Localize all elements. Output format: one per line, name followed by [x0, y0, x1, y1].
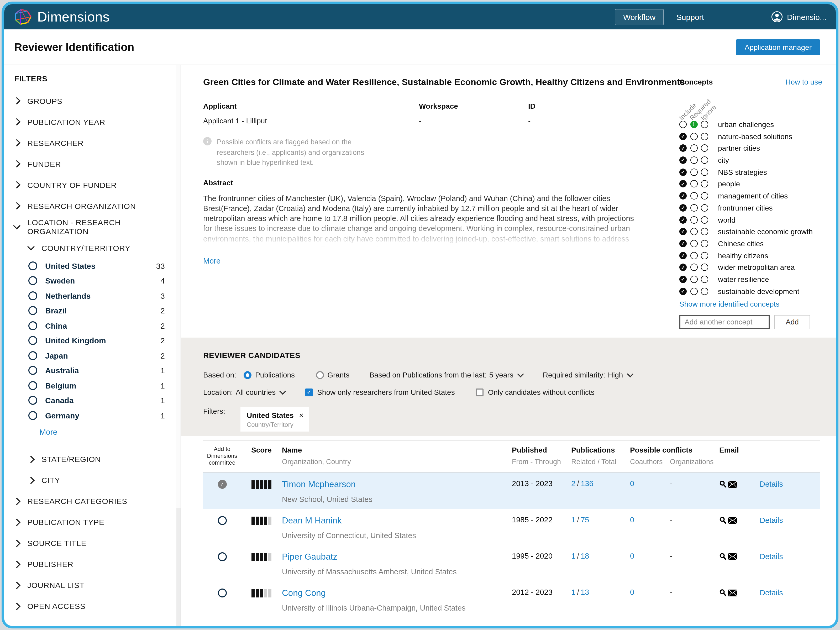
- sidebar-item-journal-list[interactable]: JOURNAL LIST: [14, 575, 181, 595]
- sidebar-item-publication-type[interactable]: PUBLICATION TYPE: [14, 512, 181, 533]
- required-circle[interactable]: [690, 180, 698, 188]
- include-circle[interactable]: ✓: [679, 145, 687, 152]
- search-icon[interactable]: [719, 516, 726, 524]
- committee-radio[interactable]: [218, 589, 227, 597]
- user-menu[interactable]: Dimensio...: [771, 11, 826, 22]
- details-link[interactable]: Details: [759, 552, 783, 561]
- include-circle[interactable]: ✓: [679, 169, 687, 176]
- country-option-belgium[interactable]: Belgium1: [14, 378, 181, 393]
- add-concept-button[interactable]: Add: [774, 315, 810, 329]
- search-icon[interactable]: [719, 589, 726, 597]
- grants-radio-option[interactable]: Grants: [308, 371, 349, 379]
- us-only-checkbox-option[interactable]: ✓ Show only researchers from United Stat…: [305, 388, 455, 396]
- candidate-name-link[interactable]: Dean M Hanink: [282, 516, 512, 526]
- committee-radio[interactable]: [218, 552, 227, 561]
- ignore-circle[interactable]: [701, 264, 708, 271]
- location-dropdown[interactable]: Location: All countries: [203, 388, 285, 396]
- required-circle[interactable]: [690, 145, 698, 152]
- coauthor-conflicts-link[interactable]: 0: [630, 588, 670, 597]
- ignore-circle[interactable]: [701, 169, 708, 176]
- country-option-brazil[interactable]: Brazil2: [14, 303, 181, 318]
- committee-radio[interactable]: [218, 516, 227, 525]
- grants-radio-icon[interactable]: [316, 371, 324, 379]
- required-circle[interactable]: [690, 252, 698, 259]
- sidebar-item-research-organization[interactable]: RESEARCH ORGANIZATION: [14, 195, 181, 216]
- sidebar-item-country-territory[interactable]: COUNTRY/TERRITORY: [14, 237, 181, 258]
- related-publications-link[interactable]: 1: [571, 516, 575, 524]
- required-circle[interactable]: [690, 240, 698, 247]
- sidebar-item-groups[interactable]: GROUPS: [14, 90, 181, 111]
- candidate-name-link[interactable]: Piper Gaubatz: [282, 552, 512, 562]
- remove-filter-icon[interactable]: ×: [299, 411, 304, 420]
- country-option-australia[interactable]: Australia1: [14, 363, 181, 378]
- publications-timeframe-dropdown[interactable]: Based on Publications from the last: 5 y…: [369, 371, 523, 379]
- email-icon[interactable]: [728, 589, 737, 596]
- committee-radio-selected[interactable]: ✓: [218, 480, 227, 489]
- include-circle[interactable]: ✓: [679, 240, 687, 247]
- show-more-concepts-link[interactable]: Show more identified concepts: [679, 300, 779, 308]
- related-publications-link[interactable]: 1: [571, 588, 575, 597]
- ignore-circle[interactable]: [701, 287, 708, 295]
- country-option-united-kingdom[interactable]: United Kingdom2: [14, 333, 181, 348]
- ignore-circle[interactable]: [701, 204, 708, 212]
- total-publications-link[interactable]: 75: [581, 516, 589, 524]
- include-circle[interactable]: ✓: [679, 252, 687, 259]
- total-publications-link[interactable]: 13: [581, 588, 589, 597]
- required-circle[interactable]: [690, 228, 698, 235]
- sidebar-item-funder[interactable]: FUNDER: [14, 153, 181, 174]
- ignore-circle[interactable]: [701, 276, 708, 283]
- required-circle[interactable]: [690, 156, 698, 164]
- include-circle[interactable]: ✓: [679, 216, 687, 223]
- publications-radio-option[interactable]: Publications: [236, 371, 295, 379]
- country-option-china[interactable]: China2: [14, 318, 181, 333]
- sidebar-item-publisher[interactable]: PUBLISHER: [14, 554, 181, 575]
- country-option-united-states[interactable]: United States33: [14, 258, 181, 273]
- include-circle[interactable]: ✓: [679, 192, 687, 199]
- include-circle[interactable]: ✓: [679, 276, 687, 283]
- coauthor-conflicts-link[interactable]: 0: [630, 516, 670, 524]
- required-circle[interactable]: [690, 216, 698, 223]
- include-circle[interactable]: ✓: [679, 133, 687, 140]
- email-icon[interactable]: [728, 553, 737, 560]
- ignore-circle[interactable]: [701, 252, 708, 259]
- related-publications-link[interactable]: 2: [571, 479, 575, 488]
- include-circle[interactable]: ✓: [679, 264, 687, 271]
- include-circle[interactable]: ✓: [679, 156, 687, 164]
- ignore-circle[interactable]: [701, 121, 708, 128]
- us-only-checkbox[interactable]: ✓: [305, 388, 313, 396]
- email-icon[interactable]: [728, 481, 737, 488]
- details-link[interactable]: Details: [759, 589, 783, 597]
- ignore-circle[interactable]: [701, 228, 708, 235]
- country-option-germany[interactable]: Germany1: [14, 408, 181, 423]
- include-circle[interactable]: [679, 121, 687, 128]
- include-circle[interactable]: ✓: [679, 180, 687, 188]
- ignore-circle[interactable]: [701, 133, 708, 140]
- how-to-use-link[interactable]: How to use: [785, 78, 822, 86]
- total-publications-link[interactable]: 136: [581, 479, 593, 488]
- support-link[interactable]: Support: [676, 12, 704, 21]
- coauthor-conflicts-link[interactable]: 0: [630, 479, 670, 488]
- required-circle[interactable]: [690, 287, 698, 295]
- sidebar-item-publication-year[interactable]: PUBLICATION YEAR: [14, 111, 181, 132]
- search-icon[interactable]: [719, 553, 726, 560]
- sidebar-item-country-of-funder[interactable]: COUNTRY OF FUNDER: [14, 174, 181, 195]
- candidate-name-link[interactable]: Cong Cong: [282, 588, 512, 598]
- sidebar-item-state-region[interactable]: STATE/REGION: [14, 448, 181, 470]
- no-conflicts-checkbox[interactable]: [476, 388, 484, 396]
- sidebar-item-source-title[interactable]: SOURCE TITLE: [14, 533, 181, 554]
- sidebar-item-researcher[interactable]: RESEARCHER: [14, 132, 181, 153]
- required-circle[interactable]: [690, 192, 698, 199]
- coauthor-conflicts-link[interactable]: 0: [630, 552, 670, 560]
- total-publications-link[interactable]: 18: [581, 552, 589, 560]
- ignore-circle[interactable]: [701, 192, 708, 199]
- add-concept-input[interactable]: [679, 315, 770, 329]
- required-circle[interactable]: [690, 169, 698, 176]
- sidebar-scrollbar-thumb[interactable]: [177, 65, 181, 508]
- required-circle[interactable]: [690, 264, 698, 271]
- publications-radio-icon[interactable]: [243, 371, 251, 379]
- abstract-more-link[interactable]: More: [203, 256, 221, 265]
- related-publications-link[interactable]: 1: [571, 552, 575, 560]
- country-option-japan[interactable]: Japan2: [14, 348, 181, 363]
- search-icon[interactable]: [719, 480, 726, 488]
- sidebar-item-city[interactable]: CITY: [14, 470, 181, 491]
